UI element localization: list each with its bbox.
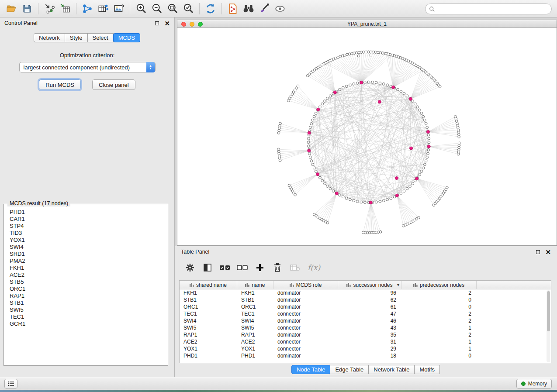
mcds-result-item[interactable]: TEC1	[10, 313, 168, 320]
table-tab[interactable]: Edge Table	[330, 365, 369, 374]
open-session-button[interactable]	[4, 2, 18, 16]
table-row[interactable]: YOX1 YOX1 connector 29 1	[180, 345, 551, 352]
float-panel-icon[interactable]	[155, 21, 159, 25]
table-tab[interactable]: Motifs	[414, 365, 440, 374]
criterion-dropdown[interactable]: largest connected component (undirected)…	[19, 62, 156, 72]
mcds-result-item[interactable]: YOX1	[10, 237, 168, 244]
window-close-icon[interactable]	[181, 22, 186, 27]
mcds-result-item[interactable]: ACE2	[10, 272, 168, 279]
table-row[interactable]: ACE2 ACE2 connector 31 1	[180, 338, 551, 345]
table-row[interactable]: PHD1 PHD1 dominator 18 0	[180, 352, 551, 359]
cell-successor-nodes: 46	[338, 317, 401, 324]
window-minimize-icon[interactable]	[190, 22, 194, 27]
export-network-button[interactable]	[80, 2, 94, 16]
memory-button[interactable]: Memory	[516, 379, 552, 389]
mcds-result-item[interactable]: FKH1	[10, 265, 168, 272]
close-panel-button[interactable]: Close panel	[92, 79, 135, 90]
disabled-table-icon	[289, 262, 301, 273]
mcds-result-item[interactable]: RAP1	[10, 292, 168, 299]
status-menu-button[interactable]	[4, 379, 17, 389]
column-label: predecessor nodes	[420, 282, 464, 288]
column-settings-button[interactable]	[183, 261, 197, 275]
control-panel-tab[interactable]: Style	[65, 33, 88, 42]
refresh-view-button[interactable]	[204, 2, 218, 16]
search-input[interactable]	[435, 6, 548, 12]
cell-filler	[477, 310, 551, 317]
mcds-result-item[interactable]: PHD1	[10, 209, 168, 216]
run-mcds-button[interactable]: Run MCDS	[39, 79, 81, 90]
save-session-button[interactable]	[20, 2, 34, 16]
table-row[interactable]: STB1 STB1 dominator 62 0	[180, 296, 551, 303]
deselect-all-button[interactable]	[235, 261, 250, 275]
cell-predecessor-nodes: 1	[401, 324, 477, 331]
close-table-panel-icon[interactable]: ✕	[545, 249, 551, 255]
float-table-panel-icon[interactable]	[536, 250, 540, 254]
mcds-result-item[interactable]: STP4	[10, 223, 168, 230]
search-box[interactable]	[425, 3, 552, 14]
sort-arrow-icon[interactable]: ▾	[397, 282, 399, 287]
window-zoom-icon[interactable]	[198, 22, 203, 27]
zoom-fit-button[interactable]	[166, 2, 180, 16]
control-panel-tab[interactable]: Network	[34, 33, 65, 42]
mcds-result-groupbox: MCDS result (17 nodes) PHD1CAR1STP4TID3Y…	[3, 204, 168, 366]
control-panel-tab[interactable]: Select	[87, 33, 114, 42]
select-all-button[interactable]	[218, 261, 232, 275]
network-window-titlebar[interactable]: YPA_prune.txt_1	[177, 20, 557, 28]
table-scrollbar-thumb[interactable]	[547, 291, 550, 331]
delete-row-button[interactable]	[270, 261, 285, 275]
table-column-header[interactable]: predecessor nodes	[401, 281, 477, 289]
table-column-header[interactable]: successor nodes ▾	[338, 281, 401, 289]
mcds-result-item[interactable]: PMA2	[10, 258, 168, 265]
table-row[interactable]: FKH1 FKH1 dominator 96 2	[180, 289, 551, 296]
close-panel-icon[interactable]: ✕	[164, 20, 170, 27]
mcds-result-item[interactable]: SWI4	[10, 244, 168, 251]
table-row[interactable]: RAP1 RAP1 dominator 35 2	[180, 331, 551, 338]
window-controls	[181, 22, 203, 27]
add-row-button[interactable]	[253, 261, 267, 275]
zoom-selected-button[interactable]	[181, 2, 195, 16]
table-row[interactable]: SWI4 SWI4 dominator 46 2	[180, 317, 551, 324]
cell-name: RAP1	[237, 331, 273, 338]
control-panel-tab[interactable]: MCDS	[113, 33, 140, 42]
table-column-header[interactable]: shared name	[180, 281, 237, 289]
mcds-result-item[interactable]: TID3	[10, 230, 168, 237]
column-grid-icon	[190, 283, 194, 287]
table-row[interactable]: SWI5 SWI5 connector 43 1	[180, 324, 551, 331]
mcds-result-item[interactable]: STB1	[10, 299, 168, 306]
table-column-header[interactable]: name	[237, 281, 273, 289]
network-canvas[interactable]	[177, 28, 557, 245]
snapshot-button[interactable]	[226, 2, 240, 16]
mcds-result-item[interactable]: SWI5	[10, 306, 168, 313]
table-tab[interactable]: Network Table	[368, 365, 415, 374]
mcds-result-item[interactable]: CAR1	[10, 216, 168, 223]
document-share-icon	[227, 3, 239, 14]
export-image-button[interactable]	[112, 2, 126, 16]
apply-style-button[interactable]	[257, 2, 271, 16]
network-window-title: YPA_prune.txt_1	[177, 21, 557, 27]
desktop-background	[0, 390, 557, 392]
cell-name: YOX1	[237, 345, 273, 352]
table-scrollbar[interactable]	[547, 290, 550, 362]
show-hide-button[interactable]	[273, 2, 287, 16]
table-tab[interactable]: Node Table	[291, 365, 331, 374]
show-columns-button[interactable]	[200, 261, 215, 275]
find-network-button[interactable]	[242, 2, 256, 16]
zoom-in-button[interactable]	[134, 2, 148, 16]
mcds-result-item[interactable]: ORC1	[10, 285, 168, 292]
mcds-result-item[interactable]: SRD1	[10, 251, 168, 258]
function-builder-button[interactable]: f(x)	[308, 263, 320, 272]
cell-successor-nodes: 35	[338, 331, 401, 338]
cell-name: FKH1	[237, 289, 273, 296]
toolbar-divider	[130, 3, 130, 14]
table-row[interactable]: ORC1 ORC1 dominator 61 0	[180, 303, 551, 310]
table-row[interactable]: TEC1 TEC1 connector 47 2	[180, 310, 551, 317]
table-panel-title: Table Panel	[181, 249, 209, 255]
table-column-header[interactable]: MCDS role	[273, 281, 338, 289]
import-network-button[interactable]	[42, 2, 56, 16]
mcds-result-item[interactable]: STB5	[10, 279, 168, 285]
import-table-button[interactable]	[58, 2, 72, 16]
mcds-result-item[interactable]: GCR1	[10, 320, 168, 327]
zoom-out-button[interactable]	[150, 2, 164, 16]
export-table-button[interactable]	[96, 2, 110, 16]
table-options-button[interactable]	[287, 261, 302, 275]
